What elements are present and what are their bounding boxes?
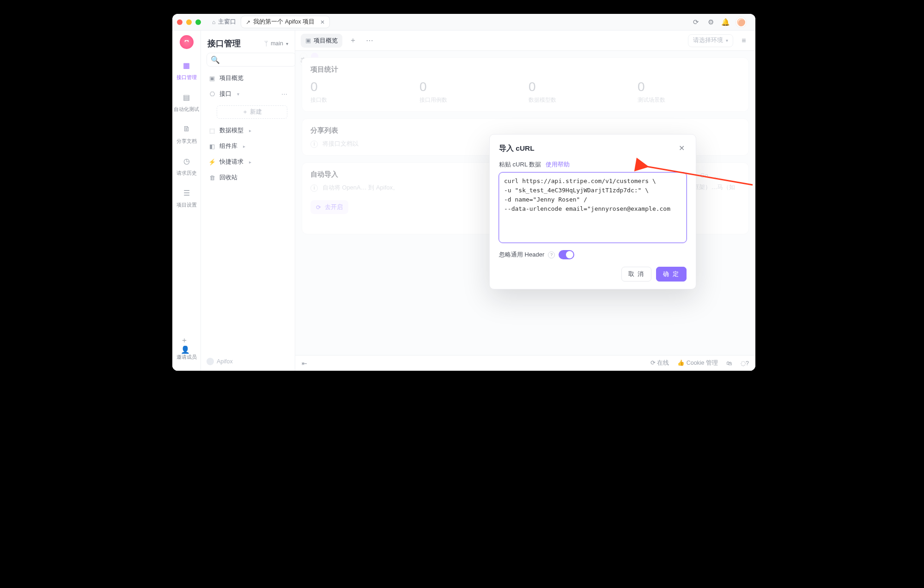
chevron-down-icon: ▾ <box>237 92 239 97</box>
environment-selector[interactable]: 请选择环境 ▾ <box>688 34 733 47</box>
sidebar-item-overview[interactable]: ▣ 项目概览 <box>201 70 295 86</box>
confirm-button[interactable]: 确 定 <box>656 267 687 282</box>
svg-point-1 <box>187 40 188 41</box>
sync-icon: ⟳ <box>650 360 656 366</box>
rail-label: 接口管理 <box>176 74 197 81</box>
cookie-manage[interactable]: 👍 Cookie 管理 <box>677 359 718 367</box>
window-minimize-icon[interactable] <box>186 19 192 25</box>
ignore-header-label: 忽略通用 Header <box>499 251 544 259</box>
titlebar: ⌂ 主窗口 ↗ 我的第一个 Apifox 项目 ✕ ⟳ ⚙ 🔔 <box>172 14 755 31</box>
components-icon: ◧ <box>208 143 216 150</box>
invite-icon: ＋👤 <box>181 339 193 351</box>
model-icon: ⬚ <box>208 127 216 134</box>
automation-icon: ▤ <box>181 91 193 103</box>
gift-icon[interactable]: 🛍 <box>726 360 732 367</box>
rail-label: 自动化测试 <box>174 106 199 113</box>
add-tab-button[interactable]: ＋ <box>347 35 359 47</box>
help-icon[interactable]: ? <box>548 251 555 258</box>
ignore-header-switch[interactable] <box>559 250 574 259</box>
quickreq-icon: ⚡ <box>208 159 216 165</box>
rail-item-history[interactable]: ◷ 请求历史 <box>176 155 197 177</box>
brand-logo-icon <box>207 358 214 365</box>
sidebar-item-label: 回收站 <box>219 173 237 182</box>
window-close-icon[interactable] <box>177 19 182 25</box>
search-field[interactable] <box>223 56 292 63</box>
more-tabs-button[interactable]: ⋯ <box>364 35 376 47</box>
tab-overview[interactable]: ▣ 项目概览 <box>301 34 342 48</box>
window-controls <box>177 19 201 25</box>
more-icon: ⋯ <box>366 36 373 45</box>
branch-selector[interactable]: ᛘ main ▾ <box>264 40 288 47</box>
sidebar-item-trash[interactable]: 🗑 回收站 <box>201 170 295 185</box>
sidebar-item-quickreq[interactable]: ⚡ 快捷请求 ▸ <box>201 154 295 170</box>
new-button-label: 新建 <box>250 109 262 115</box>
sidebar-item-label: 组件库 <box>219 142 237 150</box>
sidebar: 接口管理 ᛘ main ▾ 🔍 ⚖ ＋ <box>201 31 295 371</box>
close-tab-icon[interactable]: ✕ <box>320 19 325 25</box>
btn-label: 确 定 <box>663 270 680 278</box>
import-curl-modal: 导入 cURL ✕ 粘贴 cURL 数据 使用帮助 忽略通用 Header <box>489 134 696 289</box>
panel-toggle-button[interactable]: ≡ <box>738 35 750 47</box>
rail-item-api[interactable]: ▦ 接口管理 <box>176 59 197 81</box>
search-input[interactable]: 🔍 <box>207 53 296 67</box>
help-icon[interactable]: ◌? <box>741 360 749 367</box>
avatar[interactable] <box>736 17 746 27</box>
rail-label: 邀请成员 <box>176 354 197 361</box>
home-window-tab[interactable]: ⌂ 主窗口 <box>207 16 241 28</box>
branch-name: main <box>271 40 283 47</box>
home-icon: ⌂ <box>212 19 215 25</box>
sidebar-item-label: 接口 <box>219 90 231 98</box>
window-maximize-icon[interactable] <box>195 19 201 25</box>
modal-title: 导入 cURL <box>499 144 535 153</box>
sidebar-item-api[interactable]: ⎔ 接口 ▾ ⋯ <box>201 86 295 102</box>
settings-icon[interactable]: ⚙ <box>706 18 715 26</box>
chevron-right-icon: ▸ <box>249 128 251 133</box>
overview-tab-icon: ▣ <box>305 37 311 44</box>
rail-label: 分享文档 <box>176 138 197 145</box>
tab-label: 项目概览 <box>314 37 338 45</box>
chevron-right-icon: ▸ <box>249 159 251 165</box>
more-icon[interactable]: ⋯ <box>281 91 287 98</box>
sidebar-item-model[interactable]: ⬚ 数据模型 ▸ <box>201 122 295 138</box>
external-link-icon: ↗ <box>246 19 250 25</box>
sidebar-new-button[interactable]: ＋ 新建 <box>201 102 295 122</box>
nav-rail: ▦ 接口管理 ▤ 自动化测试 🗎 分享文档 ◷ 请求历史 ☰ 项目设置 <box>172 31 201 371</box>
brand-label: Apifox <box>217 358 233 365</box>
curl-textarea[interactable] <box>499 172 687 243</box>
project-window-label: 我的第一个 Apifox 项目 <box>253 18 315 26</box>
app-logo[interactable] <box>180 35 194 49</box>
sidebar-item-label: 快捷请求 <box>219 158 243 166</box>
rail-item-automation[interactable]: ▤ 自动化测试 <box>174 91 199 113</box>
help-link[interactable]: 使用帮助 <box>546 161 570 168</box>
rail-item-settings[interactable]: ☰ 项目设置 <box>176 187 197 208</box>
thumb-icon: 👍 <box>677 360 685 366</box>
cancel-button[interactable]: 取 消 <box>621 267 652 282</box>
sidebar-item-components[interactable]: ◧ 组件库 ▸ <box>201 138 295 154</box>
project-settings-icon: ☰ <box>181 187 193 199</box>
btn-label: 取 消 <box>628 270 645 278</box>
modal-close-button[interactable]: ✕ <box>677 143 687 154</box>
project-window-tab[interactable]: ↗ 我的第一个 Apifox 项目 ✕ <box>241 16 330 28</box>
plus-icon: ＋ <box>242 109 248 115</box>
status-online[interactable]: ⟳ 在线 <box>650 359 669 367</box>
env-placeholder: 请选择环境 <box>693 37 723 44</box>
collapse-sidebar-icon[interactable]: ⇤ <box>302 360 307 367</box>
statusbar: ⇤ ⟳ 在线 👍 Cookie 管理 🛍 ◌? <box>295 355 755 371</box>
sidebar-title: 接口管理 <box>207 38 241 49</box>
chevron-down-icon: ▾ <box>726 38 728 43</box>
notifications-icon[interactable]: 🔔 <box>721 18 729 26</box>
sidebar-item-label: 项目概览 <box>219 74 243 82</box>
content-tabs: ▣ 项目概览 ＋ ⋯ 请选择环境 ▾ ≡ <box>295 31 755 51</box>
sidebar-item-label: 数据模型 <box>219 126 243 135</box>
close-icon: ✕ <box>679 144 685 152</box>
page-body: 项目统计 0 接口数 0 接口用例数 <box>295 51 755 355</box>
history-icon: ◷ <box>181 155 193 167</box>
rail-label: 项目设置 <box>176 202 197 208</box>
plus-icon: ＋ <box>349 36 357 45</box>
rail-item-share[interactable]: 🗎 分享文档 <box>176 123 197 145</box>
home-window-label: 主窗口 <box>218 18 236 26</box>
app-window: ⌂ 主窗口 ↗ 我的第一个 Apifox 项目 ✕ ⟳ ⚙ 🔔 <box>172 14 755 371</box>
refresh-icon[interactable]: ⟳ <box>692 18 700 26</box>
rail-item-invite[interactable]: ＋👤 邀请成员 <box>176 339 197 361</box>
overview-icon: ▣ <box>208 75 216 82</box>
